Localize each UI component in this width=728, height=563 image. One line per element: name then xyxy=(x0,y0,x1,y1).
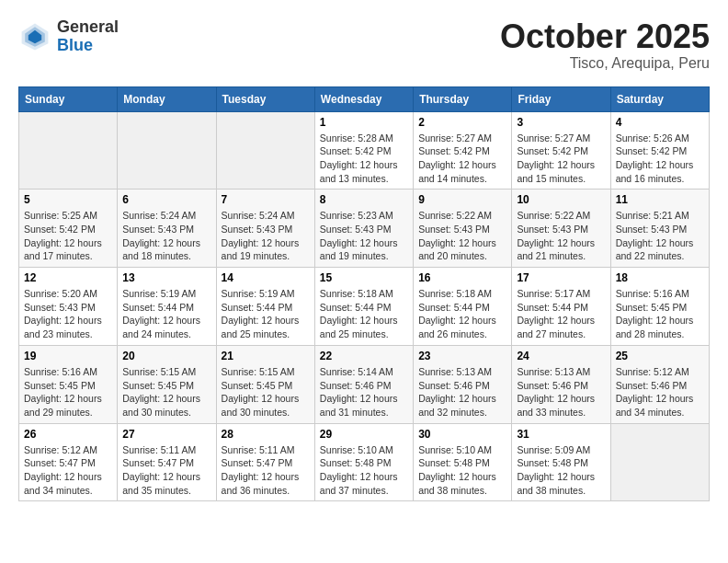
weekday-header-saturday: Saturday xyxy=(610,86,709,111)
calendar-cell: 6Sunrise: 5:24 AM Sunset: 5:43 PM Daylig… xyxy=(118,190,216,268)
calendar-cell: 22Sunrise: 5:14 AM Sunset: 5:46 PM Dayli… xyxy=(314,345,413,423)
day-info: Sunrise: 5:10 AM Sunset: 5:48 PM Dayligh… xyxy=(320,443,408,498)
day-number: 27 xyxy=(122,428,210,441)
calendar-cell: 10Sunrise: 5:22 AM Sunset: 5:43 PM Dayli… xyxy=(512,190,610,268)
day-number: 24 xyxy=(517,350,605,362)
calendar-cell: 12Sunrise: 5:20 AM Sunset: 5:43 PM Dayli… xyxy=(19,268,118,346)
calendar-cell: 2Sunrise: 5:27 AM Sunset: 5:42 PM Daylig… xyxy=(414,111,512,190)
calendar-cell xyxy=(216,111,314,190)
day-number: 14 xyxy=(222,271,310,284)
calendar-cell: 20Sunrise: 5:15 AM Sunset: 5:45 PM Dayli… xyxy=(118,345,216,423)
day-info: Sunrise: 5:16 AM Sunset: 5:45 PM Dayligh… xyxy=(24,365,112,419)
calendar-cell: 17Sunrise: 5:17 AM Sunset: 5:44 PM Dayli… xyxy=(512,268,610,346)
day-number: 21 xyxy=(222,350,310,362)
logo-blue-text: Blue xyxy=(57,37,119,55)
day-number: 28 xyxy=(222,428,310,441)
day-info: Sunrise: 5:17 AM Sunset: 5:44 PM Dayligh… xyxy=(517,287,605,341)
calendar-cell: 16Sunrise: 5:18 AM Sunset: 5:44 PM Dayli… xyxy=(414,268,512,346)
logo-icon xyxy=(18,20,51,53)
day-number: 6 xyxy=(122,193,210,206)
day-info: Sunrise: 5:22 AM Sunset: 5:43 PM Dayligh… xyxy=(418,209,506,263)
day-info: Sunrise: 5:11 AM Sunset: 5:47 PM Dayligh… xyxy=(222,443,310,498)
day-number: 17 xyxy=(517,271,605,284)
day-number: 2 xyxy=(418,116,506,129)
calendar-cell: 1Sunrise: 5:28 AM Sunset: 5:42 PM Daylig… xyxy=(314,111,413,190)
day-number: 19 xyxy=(24,350,112,362)
calendar-cell: 21Sunrise: 5:15 AM Sunset: 5:45 PM Dayli… xyxy=(216,345,314,423)
page-header: General Blue October 2025 Tisco, Arequip… xyxy=(18,18,710,72)
day-number: 26 xyxy=(24,428,112,441)
day-number: 16 xyxy=(418,271,506,284)
calendar-cell: 28Sunrise: 5:11 AM Sunset: 5:47 PM Dayli… xyxy=(216,423,314,501)
day-info: Sunrise: 5:13 AM Sunset: 5:46 PM Dayligh… xyxy=(517,365,605,419)
calendar-cell: 13Sunrise: 5:19 AM Sunset: 5:44 PM Dayli… xyxy=(118,268,216,346)
day-number: 13 xyxy=(122,271,210,284)
calendar-cell xyxy=(118,111,216,190)
calendar-week-row: 26Sunrise: 5:12 AM Sunset: 5:47 PM Dayli… xyxy=(19,423,710,501)
day-number: 15 xyxy=(320,271,408,284)
day-info: Sunrise: 5:10 AM Sunset: 5:48 PM Dayligh… xyxy=(418,443,506,498)
day-number: 9 xyxy=(418,193,506,206)
weekday-header-thursday: Thursday xyxy=(414,86,512,111)
day-info: Sunrise: 5:27 AM Sunset: 5:42 PM Dayligh… xyxy=(418,132,506,186)
day-info: Sunrise: 5:19 AM Sunset: 5:44 PM Dayligh… xyxy=(222,287,310,341)
day-info: Sunrise: 5:22 AM Sunset: 5:43 PM Dayligh… xyxy=(517,209,605,263)
calendar-cell: 27Sunrise: 5:11 AM Sunset: 5:47 PM Dayli… xyxy=(118,423,216,501)
calendar-cell: 5Sunrise: 5:25 AM Sunset: 5:42 PM Daylig… xyxy=(19,190,118,268)
calendar-cell: 29Sunrise: 5:10 AM Sunset: 5:48 PM Dayli… xyxy=(314,423,413,501)
day-number: 1 xyxy=(320,116,408,129)
day-number: 29 xyxy=(320,428,408,441)
calendar-subtitle: Tisco, Arequipa, Peru xyxy=(500,55,710,72)
calendar-cell: 18Sunrise: 5:16 AM Sunset: 5:45 PM Dayli… xyxy=(610,268,709,346)
day-number: 3 xyxy=(517,116,605,129)
calendar-cell: 30Sunrise: 5:10 AM Sunset: 5:48 PM Dayli… xyxy=(414,423,512,501)
day-info: Sunrise: 5:21 AM Sunset: 5:43 PM Dayligh… xyxy=(616,209,704,263)
day-number: 20 xyxy=(122,350,210,362)
day-info: Sunrise: 5:20 AM Sunset: 5:43 PM Dayligh… xyxy=(24,287,112,341)
day-number: 11 xyxy=(616,193,704,206)
calendar-cell: 26Sunrise: 5:12 AM Sunset: 5:47 PM Dayli… xyxy=(19,423,118,501)
day-info: Sunrise: 5:27 AM Sunset: 5:42 PM Dayligh… xyxy=(517,132,605,186)
weekday-header-wednesday: Wednesday xyxy=(314,86,413,111)
calendar-cell: 7Sunrise: 5:24 AM Sunset: 5:43 PM Daylig… xyxy=(216,190,314,268)
weekday-header-tuesday: Tuesday xyxy=(216,86,314,111)
calendar-cell: 25Sunrise: 5:12 AM Sunset: 5:46 PM Dayli… xyxy=(610,345,709,423)
day-info: Sunrise: 5:24 AM Sunset: 5:43 PM Dayligh… xyxy=(222,209,310,263)
weekday-header-sunday: Sunday xyxy=(19,86,118,111)
day-info: Sunrise: 5:16 AM Sunset: 5:45 PM Dayligh… xyxy=(616,287,704,341)
calendar-cell xyxy=(610,423,709,501)
day-number: 25 xyxy=(616,350,704,362)
day-number: 23 xyxy=(418,350,506,362)
day-info: Sunrise: 5:12 AM Sunset: 5:47 PM Dayligh… xyxy=(24,443,112,498)
day-info: Sunrise: 5:25 AM Sunset: 5:42 PM Dayligh… xyxy=(24,209,112,263)
day-number: 30 xyxy=(418,428,506,441)
calendar-cell: 24Sunrise: 5:13 AM Sunset: 5:46 PM Dayli… xyxy=(512,345,610,423)
day-info: Sunrise: 5:18 AM Sunset: 5:44 PM Dayligh… xyxy=(418,287,506,341)
calendar-week-row: 5Sunrise: 5:25 AM Sunset: 5:42 PM Daylig… xyxy=(19,190,710,268)
day-number: 7 xyxy=(222,193,310,206)
day-info: Sunrise: 5:11 AM Sunset: 5:47 PM Dayligh… xyxy=(122,443,210,498)
calendar-cell: 9Sunrise: 5:22 AM Sunset: 5:43 PM Daylig… xyxy=(414,190,512,268)
calendar-week-row: 19Sunrise: 5:16 AM Sunset: 5:45 PM Dayli… xyxy=(19,345,710,423)
calendar-cell: 23Sunrise: 5:13 AM Sunset: 5:46 PM Dayli… xyxy=(414,345,512,423)
day-number: 4 xyxy=(616,116,704,129)
title-block: October 2025 Tisco, Arequipa, Peru xyxy=(500,18,710,72)
day-number: 31 xyxy=(517,428,605,441)
day-number: 10 xyxy=(517,193,605,206)
calendar-cell: 11Sunrise: 5:21 AM Sunset: 5:43 PM Dayli… xyxy=(610,190,709,268)
calendar-table: SundayMondayTuesdayWednesdayThursdayFrid… xyxy=(18,86,710,502)
day-info: Sunrise: 5:18 AM Sunset: 5:44 PM Dayligh… xyxy=(320,287,408,341)
calendar-cell: 14Sunrise: 5:19 AM Sunset: 5:44 PM Dayli… xyxy=(216,268,314,346)
day-info: Sunrise: 5:15 AM Sunset: 5:45 PM Dayligh… xyxy=(122,365,210,419)
day-number: 22 xyxy=(320,350,408,362)
calendar-cell: 15Sunrise: 5:18 AM Sunset: 5:44 PM Dayli… xyxy=(314,268,413,346)
day-info: Sunrise: 5:15 AM Sunset: 5:45 PM Dayligh… xyxy=(222,365,310,419)
calendar-cell: 8Sunrise: 5:23 AM Sunset: 5:43 PM Daylig… xyxy=(314,190,413,268)
calendar-week-row: 12Sunrise: 5:20 AM Sunset: 5:43 PM Dayli… xyxy=(19,268,710,346)
day-info: Sunrise: 5:13 AM Sunset: 5:46 PM Dayligh… xyxy=(418,365,506,419)
logo-general-text: General xyxy=(57,18,119,37)
day-info: Sunrise: 5:19 AM Sunset: 5:44 PM Dayligh… xyxy=(122,287,210,341)
calendar-week-row: 1Sunrise: 5:28 AM Sunset: 5:42 PM Daylig… xyxy=(19,111,710,190)
day-info: Sunrise: 5:09 AM Sunset: 5:48 PM Dayligh… xyxy=(517,443,605,498)
calendar-cell: 4Sunrise: 5:26 AM Sunset: 5:42 PM Daylig… xyxy=(610,111,709,190)
